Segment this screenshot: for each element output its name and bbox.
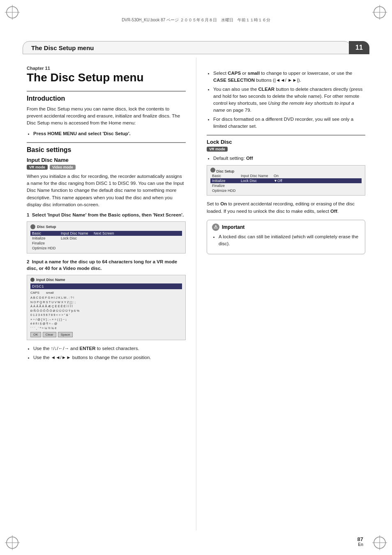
lock-ss-row1-col2: Input Disc Name <box>241 174 274 178</box>
ss2-titlebar: Input Disc Name <box>30 278 182 282</box>
right-bullet-1: Select CAPS or small to change to upper … <box>213 70 365 84</box>
chapter-label: Chapter 11 <box>27 66 186 71</box>
ss1-row4: Optimize HDD <box>30 246 182 251</box>
lock-ss-row3-col2 <box>241 184 274 188</box>
ss2-title: Input Disc Name <box>36 278 65 282</box>
ss1-row2: Initialize Lock Disc <box>30 236 182 241</box>
important-bullets: A locked disc can still be initialized (… <box>219 233 360 248</box>
ss1-row3: Finalize <box>30 241 182 246</box>
section-title-basic: Basic settings <box>27 146 186 154</box>
step1-text: 1 Select 'Input Disc Name' from the Basi… <box>27 212 186 218</box>
important-label: Important <box>222 224 244 230</box>
ss1-row4-col2 <box>61 246 94 250</box>
ss2-labels: CAPS small <box>30 291 182 295</box>
ss1-row1: Basic Input Disc Name Next Screen <box>30 231 182 236</box>
intro-body: From the Disc Setup menu you can name di… <box>27 106 186 127</box>
ss1-row2-col1: Initialize <box>32 236 61 240</box>
input-disc-name-body: When you initialize a disc for recording… <box>27 173 186 208</box>
ss1-row3-col3 <box>94 241 180 245</box>
ss2-btn-space: Space <box>58 332 73 337</box>
corner-mark-br <box>372 535 387 550</box>
divider-lock <box>207 135 365 136</box>
char-row-5: 0 1 2 3 4 5 6 7 8 9 < = > " & ' <box>30 313 182 318</box>
header-title: The Disc Setup menu <box>31 44 94 51</box>
subsection-title-input-name: Input Disc Name <box>27 157 186 163</box>
page-lang: En <box>357 542 363 547</box>
lock-ss-titlebar: Disc Setup <box>210 168 362 173</box>
ss1-row1-col1: Basic <box>32 231 61 235</box>
lock-ss-icon <box>210 168 215 173</box>
lock-ss-row3: Finalize <box>210 183 362 188</box>
lock-ss-row2-col2: Lock Disc <box>241 179 274 183</box>
corner-mark-bl <box>5 535 20 550</box>
main-content: Chapter 11 The Disc Setup menu Introduct… <box>23 58 369 530</box>
screenshot1: Disc Setup Basic Input Disc Name Next Sc… <box>27 221 186 253</box>
chapter-badge: 11 <box>349 41 369 54</box>
step2-text: 2 Input a name for the disc up to 64 cha… <box>27 258 186 272</box>
divider-basic <box>27 142 186 143</box>
important-icon: ⚠ <box>212 223 219 231</box>
ss2-field: DISC1 <box>30 283 182 289</box>
lock-ss-row2-col1: Initialize <box>212 179 241 183</box>
ss1-titlebar: Disc Setup <box>30 224 182 229</box>
lock-ss-row4-col3 <box>274 189 360 193</box>
left-column: Chapter 11 The Disc Setup menu Introduct… <box>23 58 196 530</box>
ss1-row2-col2: Lock Disc <box>61 236 94 240</box>
lock-ss-title: Disc Setup <box>217 169 235 173</box>
ss1-title: Disc Setup <box>37 225 56 229</box>
lock-ss-row2-col3: ▼Off <box>274 179 360 183</box>
right-bullets-top: Select CAPS or small to change to upper … <box>213 70 365 130</box>
lock-ss-row3-col1: Finalize <box>212 184 241 188</box>
corner-mark-tl <box>5 5 20 20</box>
chapter-main-title: The Disc Setup menu <box>27 71 186 84</box>
ss1-row4-col1: Optimize HDD <box>32 246 61 250</box>
ss2-btn-ok: OK <box>30 332 41 337</box>
char-row-6: × ÷ / @ [ V ] ; – × = ( { } ~ ¡ <box>30 318 182 322</box>
ss1-row2-col3 <box>94 236 180 240</box>
char-row-8: ¨ ´ ´ ¸ ´ º = ¼ ½ ¾ é <box>30 326 182 331</box>
lock-ss-row4-col1: Optimize HDD <box>212 189 241 193</box>
right-bullet-2: You can also use the CLEAR button to del… <box>213 86 365 114</box>
page-number: 87 <box>357 536 363 542</box>
intro-bullets: Press HOME MENU and select 'Disc Setup'. <box>33 130 186 137</box>
right-column: Select CAPS or small to change to upper … <box>196 58 369 530</box>
badge-vr-input: VR mode <box>27 165 48 170</box>
lock-ss-row4-col2 <box>241 189 274 193</box>
ss1-row3-col1: Finalize <box>32 241 61 245</box>
step1-number: 1 <box>27 212 29 217</box>
bullets-after-ss2: Use the ↑/↓/←/→ and ENTER to select char… <box>33 345 186 361</box>
important-title: ⚠ Important <box>212 223 360 231</box>
badge-row-lock: VR mode <box>207 147 365 152</box>
bullet-cursor: Use the ◄◄/►► buttons to change the curs… <box>33 354 186 361</box>
divider-intro <box>27 91 186 92</box>
char-row-4: Ð Ñ Ò Ó Ô Õ Ö Ø Ù Ú Û Ü Ý þ ß % <box>30 309 182 313</box>
screenshot-lock: Disc Setup Basic Input Disc Name On Init… <box>207 165 365 196</box>
badge-video-input: Video mode <box>50 165 76 170</box>
ss2-btn-clear: Clear <box>43 332 56 337</box>
step2-number: 2 <box>27 259 29 264</box>
badge-row-input: VR mode Video mode <box>27 165 186 170</box>
screenshot2: Input Disc Name DISC1 CAPS small A B C D… <box>27 275 186 340</box>
important-bullet-1: A locked disc can still be initialized (… <box>219 233 360 248</box>
right-bullet-3: For discs formatted on a different DVD r… <box>213 116 365 130</box>
caps-label: CAPS <box>30 291 42 295</box>
ss1-row1-col2: Input Disc Name <box>61 231 94 235</box>
small-label: small <box>46 291 58 295</box>
ss2-char-grid: A B C D E F G H I J K L M . : ? ! N O P … <box>30 296 182 330</box>
lock-default: Default setting: Off <box>213 155 365 162</box>
ss1-row4-col3 <box>94 246 180 250</box>
section-title-intro: Introduction <box>27 95 186 102</box>
corner-mark-tr <box>372 5 387 20</box>
ss2-icon <box>30 278 35 282</box>
ss2-buttons: OK Clear Space <box>30 332 182 337</box>
char-row-2: N O P Q R S T U V W X Y Z [ ] : ; <box>30 300 182 305</box>
lock-ss-row1-col3: On <box>274 174 360 178</box>
char-row-3: À Á Â Ã Ä Å Æ Ç È É Ê Ë Ì Í Î Ï <box>30 304 182 309</box>
file-metadata: DVR-530H_KU.book 87 ページ ２００５年６月８日 水曜日 午前… <box>25 17 367 23</box>
lock-ss-row3-col3 <box>274 184 360 188</box>
char-row-1: A B C D E F G H I J K L M . : ? ! <box>30 296 182 300</box>
lock-disc-title: Lock Disc <box>207 139 365 145</box>
ss1-icon <box>30 224 35 229</box>
lock-ss-row2: Initialize Lock Disc ▼Off <box>210 178 362 183</box>
ss1-row1-col3: Next Screen <box>94 231 180 235</box>
